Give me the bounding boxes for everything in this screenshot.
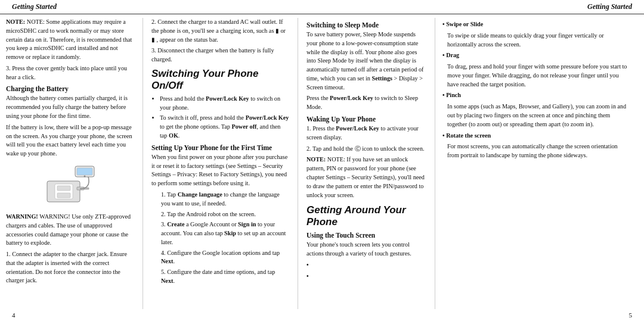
swipe-p: To swipe or slide means to quickly drag … (447, 32, 631, 49)
step1-text: 1. Connect the adapter to the charger ja… (6, 250, 135, 285)
touch-title: Using the Touch Screen (306, 232, 426, 239)
right-section: Switching to Sleep Mode To save battery … (298, 18, 638, 309)
sleep-p1: To save battery power, Sleep Mode suspen… (306, 30, 426, 92)
content-area: NOTE: NOTE: Some applications may requir… (0, 18, 644, 309)
getting-around-title: Getting Around Your Phone (306, 204, 426, 228)
drag-section: • Drag (442, 51, 631, 60)
right-left-column: Switching to Sleep Mode To save battery … (298, 18, 435, 309)
waking-title: Waking Up Your Phone (306, 116, 426, 123)
setting-p: When you first power on your phone after… (151, 153, 289, 188)
setting-step-1: 1. Tap Change language to change the lan… (161, 191, 289, 208)
header-left: Getting Started (12, 2, 57, 11)
sleep-p2: Press the Power/Lock Key to switch to Sl… (306, 94, 426, 112)
page-num-left: 4 (12, 311, 16, 319)
pinch-section: • Pinch (442, 91, 631, 100)
note-text: NOTE: NOTE: Some applications may requir… (6, 18, 135, 62)
right-right-column: • Swipe or Slide To swipe or slide means… (435, 18, 638, 309)
svg-rect-3 (57, 193, 70, 198)
setting-step-3: 3. Create a Google Account or Sign in to… (161, 220, 289, 247)
setting-step-2: 2. Tap the Android robot on the screen. (161, 210, 289, 219)
tap-section: • (306, 261, 426, 270)
setting-title: Setting Up Your Phone for the First Time (151, 144, 289, 151)
setting-steps: 1. Tap Change language to change the lan… (151, 191, 289, 286)
svg-rect-2 (57, 186, 70, 191)
rotate-section: • Rotate the screen (442, 132, 631, 141)
rotate-p: For most screens, you can automatically … (447, 142, 631, 160)
touch-p: Your phone's touch screen lets you contr… (306, 241, 426, 258)
charging-title: Charging the Battery (6, 85, 135, 92)
warning-text: WARNING! WARNING! Use only ZTE-approved … (6, 213, 135, 248)
pinch-p: In some apps (such as Maps, Browser, and… (447, 102, 631, 129)
charging-p2: If the battery is low, there will be a p… (6, 123, 135, 158)
step3-text: 3. Press the cover gently back into plac… (6, 64, 135, 82)
switch-bullet-1: Press and hold the Power/Lock Key to swi… (160, 95, 289, 113)
page-footer: 4 5 (0, 309, 644, 321)
left-column: NOTE: NOTE: Some applications may requir… (6, 18, 143, 309)
taphold-section: • (306, 272, 426, 281)
svg-rect-7 (77, 168, 92, 175)
step3-charge-text: 3. Disconnect the charger when the batte… (151, 46, 289, 64)
sleep-title: Switching to Sleep Mode (306, 21, 426, 29)
switch-bullet-2: To switch it off, press and hold the Pow… (160, 114, 289, 140)
page-header: Getting Started Getting Started (0, 0, 644, 14)
swipe-section: • Swipe or Slide (442, 20, 631, 29)
page-num-right: 5 (629, 311, 633, 319)
middle-column: 2. Connect the charger to a standard AC … (143, 18, 298, 309)
switching-title: Switching Your Phone On/Off (151, 68, 289, 92)
waking-step2: 2. Tap and hold the Ⓒ icon to unlock the… (306, 145, 426, 154)
waking-step1: 1. Press the Power/Lock Key to activate … (306, 124, 426, 142)
step2-text: 2. Connect the charger to a standard AC … (151, 18, 289, 44)
page-container: Getting Started Getting Started NOTE: NO… (0, 0, 644, 321)
waking-note: NOTE: NOTE: If you have set an unlock pa… (306, 155, 426, 200)
switching-bullets: Press and hold the Power/Lock Key to swi… (151, 95, 289, 141)
header-right: Getting Started (587, 2, 632, 11)
setting-step-5: 5. Configure the date and time options, … (161, 268, 289, 286)
phone-image (44, 163, 98, 208)
charging-p1: Although the battery comes partially cha… (6, 94, 135, 120)
setting-step-4: 4. Configure the Google location options… (161, 249, 289, 267)
svg-point-8 (83, 175, 85, 177)
drag-p: To drag, press and hold your finger with… (447, 63, 631, 89)
